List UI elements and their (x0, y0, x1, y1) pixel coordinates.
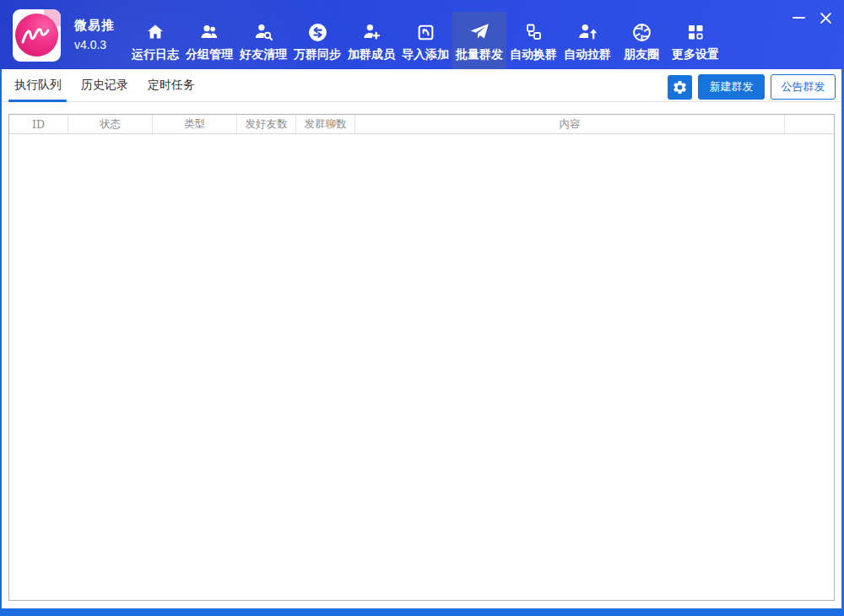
group-icon (198, 21, 220, 43)
task-table: ID 状态 类型 发好友数 发群聊数 内容 (8, 114, 835, 601)
home-icon (144, 21, 166, 43)
col-header-content: 内容 (355, 115, 785, 133)
person-add-icon (360, 21, 382, 43)
col-header-status: 状态 (68, 115, 153, 133)
aperture-icon (630, 21, 652, 43)
main-nav: 运行日志 分组管理 (128, 0, 722, 69)
announcement-mass-send-button[interactable]: 公告群发 (771, 74, 836, 100)
nav-item-run-logs[interactable]: 运行日志 (128, 12, 182, 69)
minimize-button[interactable] (790, 9, 807, 26)
settings-button[interactable] (668, 75, 692, 100)
gear-icon (672, 79, 688, 95)
app-logo (13, 9, 61, 62)
import-box-icon (414, 21, 436, 43)
nav-item-add-members[interactable]: 加群成员 (344, 12, 398, 69)
col-header-extra (785, 115, 834, 133)
close-icon (820, 12, 832, 24)
table-header-row: ID 状态 类型 发好友数 发群聊数 内容 (9, 115, 834, 134)
title-bar: 微易推 v4.0.3 运行日志 分组管理 (0, 0, 844, 69)
person-up-arrow-icon (576, 21, 598, 43)
nav-item-friend-clean[interactable]: 好友清理 (236, 12, 290, 69)
nav-item-batch-send[interactable]: 批量群发 (452, 12, 506, 69)
col-header-friend-count: 发好友数 (237, 115, 296, 133)
grid-squares-icon (684, 21, 706, 43)
nav-item-auto-pull-group[interactable]: 自动拉群 (560, 12, 614, 69)
sync-circle-icon (306, 21, 328, 43)
app-version: v4.0.3 (74, 38, 106, 51)
app-title: 微易推 (74, 18, 115, 34)
col-header-group-count: 发群聊数 (296, 115, 355, 133)
logo-w-icon (18, 19, 56, 50)
table-body-empty (9, 134, 834, 600)
nav-item-group-manage[interactable]: 分组管理 (182, 12, 236, 69)
col-header-type: 类型 (153, 115, 237, 133)
window-controls (790, 8, 834, 27)
tab-scheduled[interactable]: 定时任务 (144, 69, 198, 102)
person-search-icon (252, 21, 274, 43)
minimize-icon (793, 17, 805, 19)
paper-plane-icon (468, 21, 490, 43)
nav-item-more-settings[interactable]: 更多设置 (668, 12, 722, 69)
nav-item-auto-switch-group[interactable]: 自动换群 (506, 12, 560, 69)
swap-squares-icon (522, 21, 544, 43)
tab-bar: 执行队列 历史记录 定时任务 新建群发 公告群发 (2, 69, 841, 102)
close-button[interactable] (817, 9, 834, 26)
nav-item-moments[interactable]: 朋友圈 (614, 12, 668, 69)
col-header-id: ID (9, 115, 68, 133)
toolbar: 新建群发 公告群发 (668, 74, 836, 100)
window-bottom-border (0, 608, 844, 616)
tab-history[interactable]: 历史记录 (78, 69, 132, 102)
app-window: 微易推 v4.0.3 运行日志 分组管理 (0, 0, 844, 616)
tab-exec-queue[interactable]: 执行队列 (11, 69, 65, 102)
tabs: 执行队列 历史记录 定时任务 (11, 69, 211, 102)
content-area: 执行队列 历史记录 定时任务 新建群发 公告群发 ID 状态 类型 发好友数 (0, 69, 844, 608)
nav-item-sync-groups[interactable]: 万群同步 (290, 12, 344, 69)
nav-item-import-add[interactable]: 导入添加 (398, 12, 452, 69)
new-mass-send-button[interactable]: 新建群发 (698, 74, 765, 100)
